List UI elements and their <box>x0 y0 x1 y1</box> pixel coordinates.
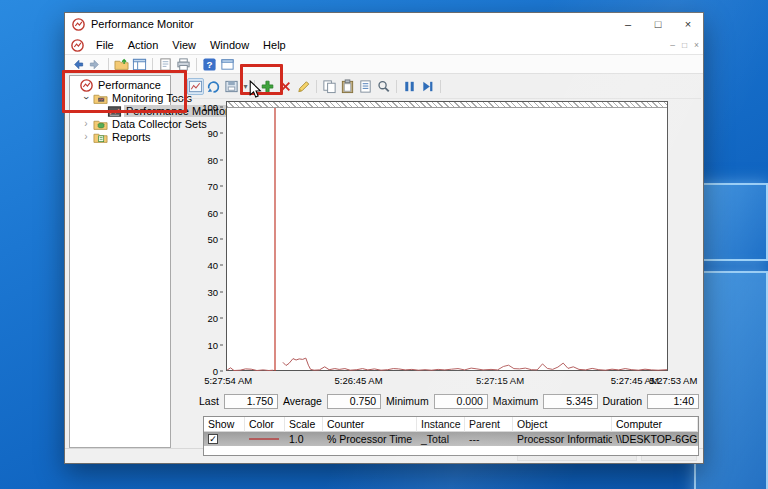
tick-mark <box>220 212 223 213</box>
y-axis-tick: 40 <box>207 260 223 271</box>
step-icon[interactable] <box>419 78 436 95</box>
column-header-instance[interactable]: Instance <box>417 417 465 432</box>
toolbar-separator <box>196 58 197 71</box>
y-axis-tick: 10 <box>207 339 223 350</box>
toolbar-separator <box>396 80 397 93</box>
y-axis-tick: 70 <box>207 181 223 192</box>
chart-plot[interactable] <box>226 101 668 371</box>
annotation-box-tree <box>62 70 187 113</box>
y-axis-tick: 80 <box>207 154 223 165</box>
mdi-window-controls: –□× <box>670 40 699 50</box>
menu-window[interactable]: Window <box>203 37 256 53</box>
maximize-button[interactable]: □ <box>643 13 673 35</box>
tick-mark <box>220 159 223 160</box>
y-axis-tick: 100 <box>202 102 223 113</box>
stat-value: 0.000 <box>457 395 483 407</box>
y-tick-label: 50 <box>207 234 218 245</box>
mdi-restore-button[interactable]: □ <box>682 40 687 50</box>
chevron-collapsed-icon[interactable]: › <box>79 132 93 142</box>
mouse-cursor <box>249 80 262 101</box>
counter-cell: % Processor Time <box>323 432 417 446</box>
folder-report-icon <box>93 130 107 144</box>
wallpaper-window-logo <box>694 183 768 489</box>
stat-label-minimum: Minimum <box>386 395 429 407</box>
highlight-icon[interactable] <box>295 78 312 95</box>
legend-header-row: ShowColorScaleCounterInstanceParentObjec… <box>204 417 698 432</box>
y-tick-label: 90 <box>207 128 218 139</box>
column-header-computer[interactable]: Computer <box>612 417 698 432</box>
x-axis-tick-label: 5:26:45 AM <box>335 375 383 386</box>
view-log-icon[interactable] <box>205 78 222 95</box>
help-icon[interactable]: ? <box>201 56 218 73</box>
x-axis-tick-label: 5:27:15 AM <box>476 375 524 386</box>
color-cell <box>245 432 285 446</box>
tick-mark <box>220 186 223 187</box>
mdi-minimize-button[interactable]: – <box>670 40 675 50</box>
zoom-icon[interactable] <box>375 78 392 95</box>
graph-type-icon[interactable] <box>223 78 240 95</box>
y-axis-tick: 30 <box>207 286 223 297</box>
menu-file[interactable]: File <box>89 37 121 53</box>
column-header-parent[interactable]: Parent <box>465 417 513 432</box>
menu-action[interactable]: Action <box>121 37 166 53</box>
checkbox-checked-icon[interactable]: ✓ <box>208 434 218 444</box>
stat-value: 1.750 <box>247 395 273 407</box>
stat-label-last: Last <box>199 395 219 407</box>
tick-mark <box>220 107 223 108</box>
y-axis-tick: 20 <box>207 313 223 324</box>
perfmon-app-icon-small[interactable] <box>70 38 83 51</box>
window-controls: – □ × <box>613 13 703 35</box>
parent-cell: --- <box>465 432 513 446</box>
toolbar-separator <box>152 58 153 71</box>
tick-mark <box>220 133 223 134</box>
toolbar-separator <box>440 80 441 93</box>
x-axis-tick-label: 5:27:54 AM <box>204 375 252 386</box>
window-title: Performance Monitor <box>91 18 194 30</box>
tick-mark <box>220 265 223 266</box>
view-current-icon[interactable] <box>187 78 204 95</box>
stat-field-duration: 1:40 <box>647 394 699 409</box>
wallpaper-pane-bottom <box>694 271 768 489</box>
column-header-object[interactable]: Object <box>513 417 612 432</box>
column-header-scale[interactable]: Scale <box>285 417 323 432</box>
tree-item-data-collector-sets[interactable]: ›Data Collector Sets <box>70 117 170 130</box>
y-tick-label: 20 <box>207 313 218 324</box>
tree-item-label: Reports <box>110 131 153 143</box>
tree-item-reports[interactable]: ›Reports <box>70 130 170 143</box>
y-tick-label: 60 <box>207 207 218 218</box>
series-line <box>283 358 667 370</box>
new-window-icon[interactable] <box>219 56 236 73</box>
toolbar-separator <box>316 80 317 93</box>
chevron-glyph: › <box>84 132 87 142</box>
chevron-collapsed-icon[interactable]: › <box>79 119 93 129</box>
counter-legend-table: ShowColorScaleCounterInstanceParentObjec… <box>203 416 699 456</box>
x-axis-tick-label: 5:27:53 AM <box>649 375 697 386</box>
y-axis-labels: 1009080706050403020100 <box>175 107 223 371</box>
legend-counter-row[interactable]: ✓1.0% Processor Time_Total---Processor I… <box>204 432 698 446</box>
title-bar[interactable]: Performance Monitor – □ × <box>65 13 703 35</box>
console-tree-panel[interactable]: Performance›Monitoring ToolsPerformance … <box>69 75 171 448</box>
column-header-show[interactable]: Show <box>204 417 245 432</box>
column-header-counter[interactable]: Counter <box>323 417 417 432</box>
properties-icon[interactable] <box>357 78 374 95</box>
y-axis-tick: 50 <box>207 234 223 245</box>
copy-icon[interactable] <box>321 78 338 95</box>
menu-view[interactable]: View <box>165 37 203 53</box>
counter-color-swatch <box>249 438 279 440</box>
minimize-button[interactable]: – <box>613 13 643 35</box>
tick-mark <box>220 291 223 292</box>
scale-cell: 1.0 <box>285 432 323 446</box>
column-header-color[interactable]: Color <box>245 417 285 432</box>
pause-icon[interactable] <box>401 78 418 95</box>
mdi-close-button[interactable]: × <box>694 40 699 50</box>
tick-mark <box>220 371 223 372</box>
wallpaper-pane-top <box>694 183 768 261</box>
value-bar: Last1.750Average0.750Minimum0.000Maximum… <box>199 392 699 410</box>
toolbar-separator <box>108 58 109 71</box>
y-tick-label: 70 <box>207 181 218 192</box>
y-tick-label: 40 <box>207 260 218 271</box>
close-button[interactable]: × <box>673 13 703 35</box>
performance-monitor-view: ▾ 1009080706050403020100 5:27:54 AM5:26:… <box>175 75 701 448</box>
menu-help[interactable]: Help <box>256 37 293 53</box>
paste-icon[interactable] <box>339 78 356 95</box>
